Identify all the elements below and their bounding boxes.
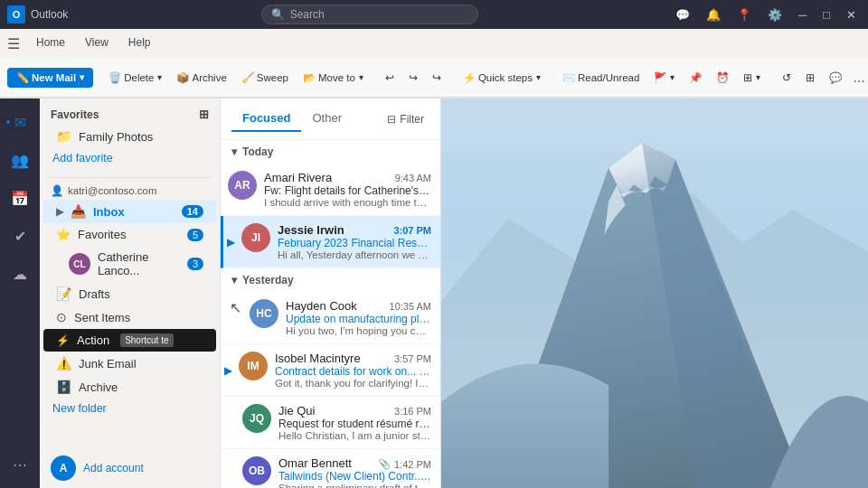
delete-button[interactable]: 🗑️ Delete ▾ (102, 69, 168, 87)
favorites-folder-label: Favorites (78, 228, 126, 241)
email-item-5[interactable]: JQ Jie Qui 3:16 PM Request for student r… (221, 397, 440, 449)
tab-home[interactable]: Home (27, 33, 74, 54)
tab-help[interactable]: Help (119, 33, 160, 54)
quick-steps-button[interactable]: ⚡ Quick steps ▾ (457, 69, 547, 87)
ribbon-actions: ✏️ New Mail ▾ 🗑️ Delete ▾ 📦 Archive 🧹 Sw… (0, 58, 868, 98)
new-folder-link[interactable]: New folder (40, 399, 220, 418)
clock-button[interactable]: ⏰ (710, 69, 735, 87)
katri-account-label: 👤 katri@contoso.com (40, 182, 220, 200)
email-6-content: Omar Bennett 📎 1:42 PM Tailwinds (New Cl… (278, 456, 431, 488)
email-2-arrow-icon: ▶ (227, 236, 235, 249)
quick-steps-icon: ⚡ (463, 71, 476, 84)
settings-icon[interactable]: ⚙️ (763, 6, 787, 23)
nav-cloud-icon[interactable]: ☁ (4, 258, 36, 290)
junk-email-label: Junk Email (79, 357, 137, 371)
drafts-label: Drafts (79, 287, 110, 301)
archive-button[interactable]: 📦 Archive (170, 69, 232, 87)
sidebar-item-archive[interactable]: 🗄️ Archive (43, 375, 216, 399)
view-dropdown-icon[interactable]: ▾ (756, 72, 760, 82)
sweep-button[interactable]: 🧹 Sweep (235, 69, 295, 87)
email-3-time: 10:35 AM (390, 301, 431, 312)
pin-button[interactable]: 📌 (683, 69, 708, 87)
view-toggle-button[interactable]: ⊞ ▾ (737, 69, 767, 87)
undo-button[interactable]: ↩ (379, 69, 401, 87)
move-dropdown-icon[interactable]: ▾ (359, 72, 363, 82)
tasks-icon: ✔ (14, 228, 26, 245)
flag-button[interactable]: 🚩 ▾ (647, 69, 681, 87)
comment-button[interactable]: 💬 (823, 69, 848, 87)
catherine-label: Catherine Lanco... (98, 250, 180, 277)
email-item-3[interactable]: ↖ HC Hayden Cook 10:35 AM Update on manu… (221, 292, 440, 344)
nav-dots-icon[interactable]: ⋯ (4, 448, 36, 481)
nav-checkmark-icon[interactable]: ✔ (4, 220, 36, 252)
email-1-preview: I should arrive with enough time to atte… (264, 197, 431, 208)
sidebar-item-drafts[interactable]: 📝 Drafts (43, 282, 216, 305)
delete-dropdown-icon[interactable]: ▾ (157, 72, 162, 82)
close-button[interactable]: ✕ (842, 6, 861, 23)
sidebar-item-action[interactable]: ⚡ Action Shortcut te (43, 329, 216, 352)
flag-dropdown-icon[interactable]: ▾ (670, 72, 675, 82)
reading-pane (441, 99, 868, 488)
nav-calendar-icon[interactable]: 📅 (4, 182, 36, 214)
bell-icon[interactable]: 🔔 (702, 6, 725, 23)
mail-icon: ✉ (14, 114, 26, 131)
hamburger-menu-icon[interactable]: ☰ (7, 35, 20, 52)
sidebar-item-family-photos[interactable]: 📁 Family Photos (43, 125, 216, 148)
read-unread-button[interactable]: ✉️ Read/Unread (556, 69, 646, 87)
action-icon: ⚡ (56, 334, 70, 347)
email-4-subject: Contract details for work on... (3) (275, 365, 431, 378)
quick-steps-label: Quick steps (478, 72, 533, 83)
drafts-icon: 📝 (56, 286, 71, 301)
minimize-button[interactable]: ─ (794, 6, 811, 23)
expand-icon[interactable]: ⊞ (199, 108, 209, 121)
favorites-header: Favorites ⊞ (40, 104, 220, 125)
search-box[interactable]: 🔍 Search (261, 5, 478, 24)
sidebar-item-sent-items[interactable]: ⊙ Sent Items (43, 305, 216, 329)
tab-view[interactable]: View (76, 33, 118, 54)
email-5-sender: Jie Qui (278, 404, 315, 418)
email-item-2[interactable]: ▶ JI Jessie Irwin 3:07 PM February 2023 … (221, 216, 440, 268)
junk-icon: ⚠️ (56, 356, 71, 371)
tab-other[interactable]: Other (301, 106, 353, 132)
sidebar-item-junk-email[interactable]: ⚠️ Junk Email (43, 352, 216, 375)
add-favorite-link[interactable]: Add favorite (40, 148, 220, 168)
new-mail-dropdown-icon[interactable]: ▾ (80, 72, 84, 82)
family-photos-label: Family Photos (79, 130, 153, 144)
folder-icon: 📁 (56, 129, 71, 144)
inbox-icon: 📥 (71, 204, 86, 219)
nav-mail-icon[interactable]: ✉ (4, 106, 36, 138)
email-item-6[interactable]: OB Omar Bennett 📎 1:42 PM Tailwinds (New… (221, 449, 440, 488)
location-icon[interactable]: 📍 (732, 6, 756, 23)
chat-icon[interactable]: 💬 (671, 6, 694, 23)
add-account-link[interactable]: Add account (83, 462, 144, 474)
jie-avatar: JQ (242, 404, 271, 433)
quick-steps-dropdown-icon[interactable]: ▾ (536, 72, 541, 82)
email-5-content: Jie Qui 3:16 PM Request for student résu… (278, 404, 431, 441)
sidebar-item-catherine[interactable]: CL Catherine Lanco... 3 (43, 246, 216, 282)
new-mail-button[interactable]: ✏️ New Mail ▾ (7, 68, 93, 88)
undo2-button[interactable]: ↺ (776, 69, 797, 87)
email-item-4[interactable]: ▶ IM Isobel Macintyre 3:57 PM Contract d… (221, 344, 440, 397)
move-to-button[interactable]: 📂 Move to ▾ (297, 69, 370, 87)
tab-focused[interactable]: Focused (231, 106, 301, 132)
today-section-header[interactable]: ▾ Today (221, 140, 440, 164)
cloud-icon: ☁ (13, 266, 27, 283)
email-2-sender: Jessie Irwin (278, 223, 344, 237)
redo-button[interactable]: ↪ (426, 69, 448, 87)
email-5-preview: Hello Christian, I am a junior studying … (278, 430, 431, 441)
sidebar-item-favorites[interactable]: ⭐ Favorites 5 (43, 223, 216, 246)
forward-button[interactable]: ↪ (402, 69, 424, 87)
maximize-button[interactable]: □ (818, 6, 835, 23)
yesterday-section-header[interactable]: ▾ Yesterday (221, 268, 440, 292)
filter-button[interactable]: ⊟ Filter (382, 110, 429, 128)
flag-icon: 🚩 (654, 71, 666, 84)
nav-people-icon[interactable]: 👥 (4, 144, 36, 176)
inbox-expand-icon[interactable]: ▶ (56, 206, 63, 218)
sidebar-item-inbox[interactable]: ▶ 📥 Inbox 14 (43, 200, 216, 223)
new-mail-label: New Mail (32, 72, 76, 83)
sent-icon: ⊙ (56, 310, 67, 324)
envelope-icon: ✉️ (562, 71, 575, 84)
more-options-button[interactable]: ... (850, 70, 867, 86)
email-item-1[interactable]: AR Amari Rivera 9:43 AM Fw: Flight detai… (221, 164, 440, 216)
table-button[interactable]: ⊞ (799, 69, 821, 87)
